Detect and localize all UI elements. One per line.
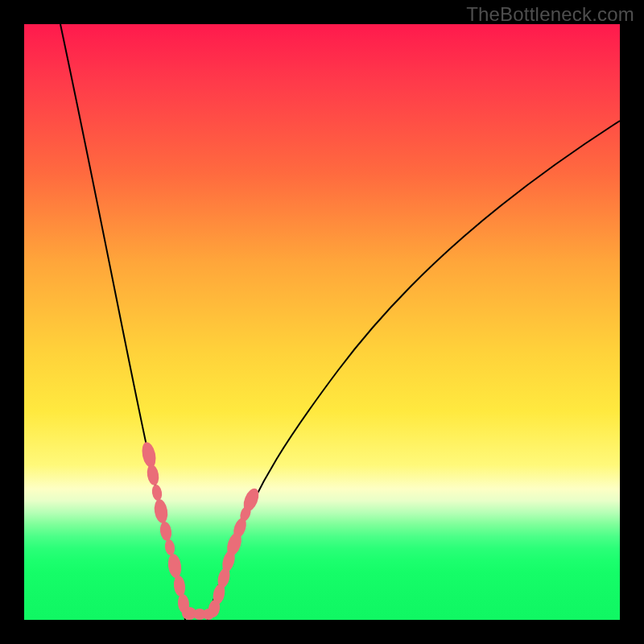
chart-frame: TheBottleneck.com — [0, 0, 644, 644]
bead — [140, 441, 158, 469]
bead — [146, 464, 160, 486]
bead — [167, 553, 183, 579]
plot-area — [24, 24, 620, 620]
bead — [153, 498, 169, 524]
bead — [159, 521, 173, 542]
right-curve — [208, 121, 620, 620]
bead — [203, 609, 214, 620]
bead — [164, 539, 176, 555]
bead — [151, 484, 163, 502]
bead — [172, 575, 186, 597]
curve-layer — [24, 24, 620, 620]
bead-group — [140, 441, 262, 620]
watermark-text: TheBottleneck.com — [466, 3, 634, 26]
